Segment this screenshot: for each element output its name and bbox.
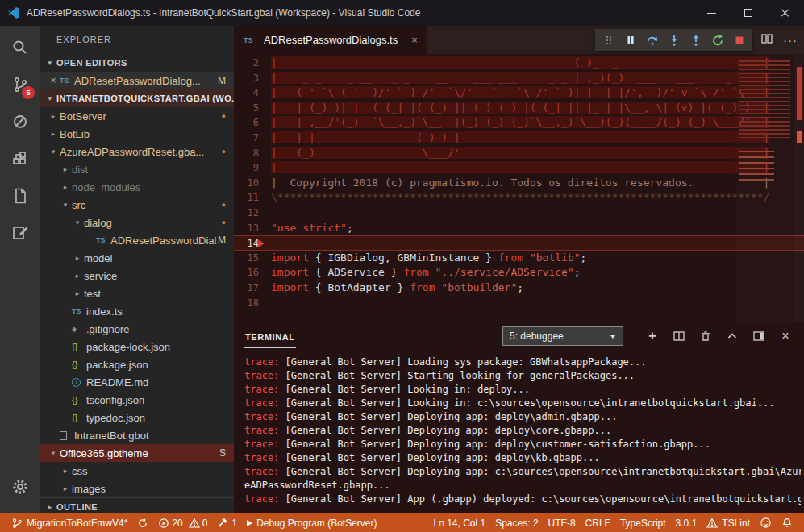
sync-item[interactable] xyxy=(132,513,153,532)
step-into-button[interactable] xyxy=(663,30,685,50)
move-panel-button[interactable] xyxy=(752,329,766,343)
code-line[interactable]: 17import { BotAdapter } from "botbuilder… xyxy=(234,281,804,296)
minimap[interactable] xyxy=(735,54,794,322)
code-line[interactable]: 9| | xyxy=(234,160,804,176)
error-icon xyxy=(158,517,169,529)
tree-item[interactable]: {}typedoc.json xyxy=(40,409,234,426)
chevron-right-icon: ▸ xyxy=(59,467,72,475)
cursor-position-item[interactable]: Ln 14, Col 1 xyxy=(428,513,490,532)
outline-section-header[interactable]: ▸ OUTLINE xyxy=(40,497,234,513)
code-line[interactable]: 6| | ,__/'(_) `\__,_)`\__ |(_) (_) (_)`\… xyxy=(234,115,804,131)
terminal-tab[interactable]: TERMINAL xyxy=(244,325,296,348)
tree-item[interactable]: {}tsconfig.json xyxy=(40,391,234,409)
code-line[interactable]: 4| ( '_`\ ( '__)/'_` ) /'_ `\/' _ ` _ `\… xyxy=(234,85,804,101)
encoding-item[interactable]: UTF-8 xyxy=(544,513,581,532)
indentation-item[interactable]: Spaces: 2 xyxy=(490,513,543,532)
files-activity-button[interactable] xyxy=(0,177,40,214)
tree-item[interactable]: ▸dist xyxy=(40,160,234,178)
line-number: 7 xyxy=(234,131,271,146)
debug-activity-button[interactable] xyxy=(0,103,40,140)
close-window-button[interactable] xyxy=(767,0,804,26)
code-line[interactable]: 12 xyxy=(234,206,804,221)
overview-ruler-mark xyxy=(797,131,802,143)
tree-item[interactable]: ▸BotLib xyxy=(40,125,234,143)
terminal-line: trace: [General Bot Server] Deploying ap… xyxy=(244,438,801,451)
split-editor-button[interactable] xyxy=(760,32,773,48)
debug-target-item[interactable]: Debug Program (BotServer) xyxy=(242,513,381,532)
problems-item[interactable]: 20 0 xyxy=(153,517,212,529)
tab-adresetpassworddialogs[interactable]: TS ADResetPasswordDialogs.ts × xyxy=(234,26,427,54)
feedback-item[interactable] xyxy=(755,513,777,532)
code-line[interactable]: 5| | (_) )| | ( (_| |( (_) || ( ) ( ) |(… xyxy=(234,101,804,116)
split-terminal-button[interactable] xyxy=(672,329,686,343)
more-actions-button[interactable]: ··· xyxy=(783,33,798,47)
close-panel-button[interactable]: × xyxy=(778,329,793,343)
tree-item[interactable]: ▾dialog● xyxy=(40,214,234,231)
notifications-item[interactable] xyxy=(777,513,798,532)
panel-position-icon xyxy=(752,330,765,343)
workspace-section-header[interactable]: ▾ INTRANETBOTQUICKSTART.GBAI (WO... xyxy=(40,89,234,107)
terminal-output[interactable]: trace: [General Bot Server] Loading sys … xyxy=(234,350,804,513)
extensions-activity-button[interactable] xyxy=(0,140,40,177)
code-line[interactable]: 3| _ _ _ __ _ _ __ ___ ___ _ _ | ,_)(_) … xyxy=(234,71,804,86)
tree-item[interactable]: ▸images xyxy=(40,480,234,497)
tree-item[interactable]: ▸BotServer● xyxy=(40,107,234,125)
code-line[interactable]: 14 xyxy=(234,235,804,251)
new-terminal-button[interactable]: + xyxy=(645,329,660,343)
tree-item[interactable]: ▸test xyxy=(40,285,234,302)
tree-item[interactable]: TSADResetPasswordDial...M xyxy=(40,231,234,249)
play-icon xyxy=(247,520,252,526)
restart-button[interactable] xyxy=(706,30,728,50)
tree-item[interactable]: ▸node_modules xyxy=(40,178,234,196)
code-line[interactable]: 13"use strict"; xyxy=(234,221,804,236)
close-editor-icon[interactable]: × xyxy=(47,75,60,86)
code-line[interactable]: 8| (_) \___/' | xyxy=(234,146,804,161)
tree-item[interactable]: ▸css xyxy=(40,462,234,480)
maximize-panel-button[interactable] xyxy=(725,329,739,343)
tree-item[interactable]: ◆.gitignore xyxy=(40,320,234,338)
tree-item[interactable]: iREADME.md xyxy=(40,373,234,391)
minimap-content xyxy=(739,151,774,183)
settings-gear-button[interactable] xyxy=(0,468,40,505)
tree-item[interactable]: TSindex.ts xyxy=(40,302,234,320)
editor-scrollbar[interactable] xyxy=(794,54,804,322)
edit-activity-button[interactable] xyxy=(0,214,40,251)
git-branch-item[interactable]: MigrationToBotFmwV4* xyxy=(6,513,132,532)
tree-item[interactable]: ▸model xyxy=(40,249,234,267)
source-control-activity-button[interactable]: 5 xyxy=(0,66,40,103)
code-line[interactable]: 15import { IGBDialog, GBMinInstance } fr… xyxy=(234,251,804,266)
pause-button[interactable] xyxy=(619,30,641,50)
code-line[interactable]: 18 xyxy=(234,296,804,311)
tslint-item[interactable]: TSLint xyxy=(702,513,755,532)
terminal-instance-dropdown[interactable]: 5: debuggee xyxy=(502,326,623,346)
code-line[interactable]: 10| Copyright 2018 (c) pragmatismo.io. T… xyxy=(234,176,804,191)
tree-item[interactable]: {}package.json xyxy=(40,355,234,373)
code-line[interactable]: 2| ( )_ _ | xyxy=(234,56,804,71)
eol-item[interactable]: CRLF xyxy=(581,513,615,532)
stop-button[interactable] xyxy=(728,30,750,50)
language-mode-item[interactable]: TypeScript xyxy=(615,513,671,532)
search-activity-button[interactable] xyxy=(0,29,40,66)
step-out-button[interactable] xyxy=(685,30,706,50)
activity-bar: 5 xyxy=(0,26,40,513)
tree-item-label: index.ts xyxy=(86,305,123,318)
close-tab-icon[interactable]: × xyxy=(411,34,418,46)
open-editors-header[interactable]: ▾ OPEN EDITORS xyxy=(40,54,234,72)
step-over-button[interactable] xyxy=(641,30,663,50)
code-line[interactable]: 11\*************************************… xyxy=(234,190,804,206)
code-line[interactable]: 7| | | ( )_) | | xyxy=(234,131,804,146)
tree-item[interactable]: ▾AzureADPasswordReset.gba...● xyxy=(40,143,234,160)
maximize-button[interactable] xyxy=(730,0,767,26)
debug-toolbar-drag-handle[interactable] xyxy=(598,30,619,50)
tool-status-item[interactable]: 1 xyxy=(212,513,242,532)
tree-item[interactable]: ▾Office365.gbthemeS xyxy=(40,444,234,462)
code-line[interactable]: 16import { ADService } from "../service/… xyxy=(234,265,804,281)
minimize-button[interactable] xyxy=(693,0,730,26)
tree-item[interactable]: ▾src● xyxy=(40,196,234,214)
tree-item[interactable]: ▸service xyxy=(40,267,234,285)
ts-version-item[interactable]: 3.0.1 xyxy=(671,513,702,532)
kill-terminal-button[interactable] xyxy=(698,329,713,343)
tree-item[interactable]: {}package-lock.json xyxy=(40,338,234,355)
tree-item[interactable]: IntranetBot.gbot xyxy=(40,426,234,444)
open-editor-item[interactable]: × TS ADResetPasswordDialog... M xyxy=(40,72,234,89)
